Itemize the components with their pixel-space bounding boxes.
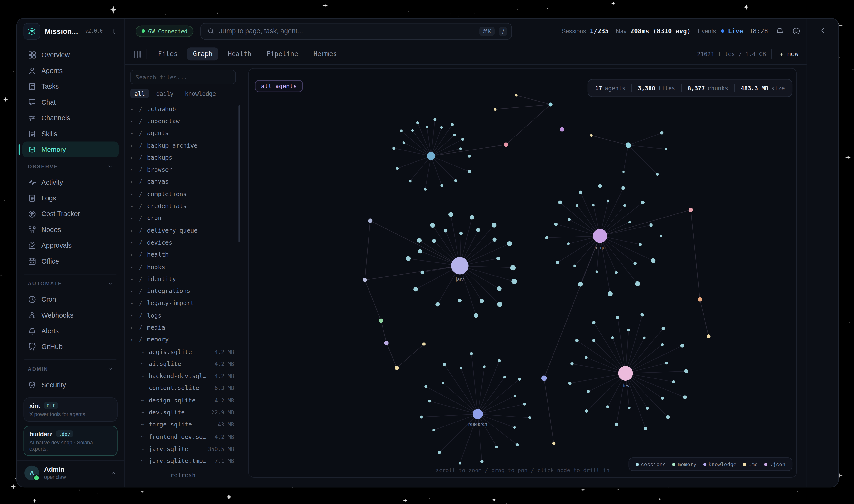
sidebar-item-overview[interactable]: Overview	[22, 47, 119, 62]
memory-graph[interactable]: jarvforgedevresearch	[249, 69, 796, 477]
file-tree-scrollbar[interactable]	[238, 105, 240, 242]
graph-satellite[interactable]	[414, 287, 418, 291]
graph-satellite[interactable]	[643, 337, 646, 339]
graph-satellite[interactable]	[633, 262, 637, 265]
graph-satellite[interactable]	[507, 241, 512, 246]
graph-satellite[interactable]	[468, 155, 471, 158]
graph-satellite[interactable]	[459, 147, 462, 150]
graph-loose-node[interactable]	[515, 94, 517, 96]
graph-satellite[interactable]	[556, 261, 559, 264]
graph-satellite[interactable]	[424, 385, 428, 388]
graph-satellite[interactable]	[430, 223, 435, 228]
graph-satellite[interactable]	[646, 407, 649, 410]
graph-satellite[interactable]	[665, 148, 667, 150]
graph-satellite[interactable]	[641, 201, 644, 204]
graph-satellite[interactable]	[518, 378, 521, 381]
graph-satellite[interactable]	[492, 237, 496, 241]
graph-loose-node[interactable]	[379, 319, 383, 323]
graph-satellite[interactable]	[523, 403, 526, 406]
graph-satellite[interactable]	[684, 369, 688, 373]
graph-satellite[interactable]	[480, 460, 484, 463]
tree-folder-completions[interactable]: ▸/completions	[125, 188, 241, 200]
graph-satellite[interactable]	[576, 204, 579, 207]
graph-satellite[interactable]	[420, 416, 423, 419]
tree-file[interactable]: ~aegis.sqlite4.2 MB	[125, 346, 241, 358]
graph-satellite[interactable]	[611, 336, 614, 339]
graph-satellite[interactable]	[651, 258, 655, 263]
graph-satellite[interactable]	[516, 444, 519, 447]
graph-satellite[interactable]	[498, 359, 501, 362]
graph-loose-node[interactable]	[422, 342, 426, 346]
graph-satellite[interactable]	[476, 228, 480, 232]
graph-satellite[interactable]	[453, 133, 456, 136]
graph-satellite[interactable]	[440, 126, 443, 129]
graph-satellite[interactable]	[402, 141, 405, 144]
tab-files[interactable]: Files	[152, 47, 184, 60]
graph-satellite[interactable]	[578, 282, 583, 287]
graph-satellite[interactable]	[568, 382, 571, 385]
graph-satellite[interactable]	[608, 291, 613, 296]
graph-satellite[interactable]	[659, 235, 662, 237]
graph-satellite[interactable]	[606, 406, 609, 409]
graph-loose-node[interactable]	[707, 335, 711, 338]
graph-satellite[interactable]	[454, 179, 457, 182]
tree-folder-delivery-queue[interactable]: ▸/delivery-queue	[125, 224, 241, 236]
graph-satellite[interactable]	[497, 302, 502, 307]
graph-satellite[interactable]	[511, 278, 517, 284]
graph-satellite[interactable]	[497, 286, 502, 291]
layout-columns-icon[interactable]	[134, 50, 141, 57]
tree-folder-backups[interactable]: ▸/backups	[125, 151, 241, 164]
graph-satellite[interactable]	[649, 223, 653, 227]
graph-satellite[interactable]	[592, 321, 596, 324]
graph-loose-node[interactable]	[552, 442, 556, 445]
sidebar-item-alerts[interactable]: Alerts	[22, 323, 119, 339]
graph-satellite[interactable]	[396, 167, 399, 170]
sidebar-item-security[interactable]: Security	[22, 377, 119, 393]
graph-satellite[interactable]	[644, 427, 648, 430]
tab-pipeline[interactable]: Pipeline	[260, 47, 304, 60]
tree-folder-media[interactable]: ▸/media	[125, 321, 241, 334]
graph-satellite[interactable]	[433, 429, 435, 431]
graph-satellite[interactable]	[479, 299, 484, 303]
graph-satellite[interactable]	[570, 362, 574, 366]
tree-file[interactable]: ~backend-dev.sql…4.2 MB	[125, 370, 241, 382]
tree-file[interactable]: ~ai.sqlite4.2 MB	[125, 358, 241, 370]
graph-satellite[interactable]	[639, 243, 642, 246]
graph-satellite[interactable]	[496, 256, 500, 260]
graph-satellite[interactable]	[567, 242, 570, 245]
tree-file[interactable]: ~content.sqlite6.3 MB	[125, 382, 241, 394]
sidebar-item-skills[interactable]: Skills	[22, 126, 119, 141]
graph-satellite[interactable]	[461, 138, 464, 141]
graph-satellite[interactable]	[438, 451, 441, 454]
graph-satellite[interactable]	[623, 204, 626, 207]
sidebar-item-webhooks[interactable]: Webhooks	[22, 307, 119, 323]
graph-satellite[interactable]	[621, 186, 625, 190]
graph-satellite[interactable]	[596, 270, 598, 273]
section-header-observe[interactable]: OBSERVE	[17, 159, 124, 171]
graph-satellite[interactable]	[660, 131, 664, 134]
graph-satellite[interactable]	[421, 271, 424, 274]
sidebar-item-github[interactable]: GitHub	[22, 339, 119, 355]
graph-loose-node[interactable]	[541, 376, 547, 381]
tab-graph[interactable]: Graph	[187, 47, 218, 60]
graph-satellite[interactable]	[435, 302, 440, 306]
chevron-up-icon[interactable]	[110, 470, 116, 476]
tree-file[interactable]: ~forge.sqlite43 MB	[125, 419, 241, 431]
graph-satellite[interactable]	[665, 362, 668, 364]
sidebar-item-cost-tracker[interactable]: Cost Tracker	[22, 206, 119, 221]
graph-node-research[interactable]	[473, 409, 483, 419]
bell-icon[interactable]	[776, 26, 784, 35]
graph-satellite[interactable]	[492, 222, 497, 228]
graph-satellite[interactable]	[662, 327, 665, 330]
graph-satellite[interactable]	[592, 339, 595, 342]
graph-satellite[interactable]	[433, 118, 436, 121]
filter-all[interactable]: all	[130, 89, 149, 98]
graph-satellite[interactable]	[409, 180, 412, 183]
graph-satellite[interactable]	[459, 462, 461, 465]
tree-folder-agents[interactable]: ▸/agents	[125, 127, 241, 139]
graph-satellite[interactable]	[470, 352, 473, 355]
graph-satellite[interactable]	[449, 212, 453, 217]
graph-satellite[interactable]	[629, 221, 631, 223]
graph-satellite[interactable]	[640, 313, 644, 317]
tree-folder-backup-archive[interactable]: ▸/backup-archive	[125, 139, 241, 151]
